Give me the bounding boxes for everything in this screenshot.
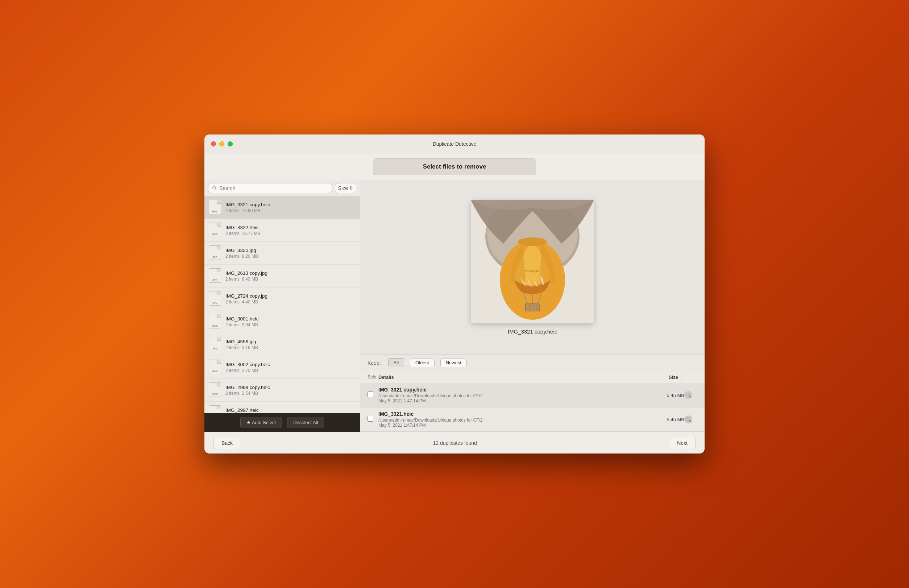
file-list-item[interactable]: HEIC IMG_3001.heic 2 items, 3.64 MB <box>204 310 360 333</box>
svg-rect-11 <box>526 304 539 311</box>
file-icon-corner <box>217 383 221 386</box>
file-icon-corner <box>217 200 221 204</box>
file-name: IMG_3001.heic <box>226 316 355 321</box>
file-meta: 2 items, 2.70 MB <box>226 368 355 373</box>
keep-label: Keep: <box>368 360 381 366</box>
file-name: IMG_2613 copy.jpg <box>226 270 355 276</box>
file-meta: 2 items, 2.54 MB <box>226 391 355 396</box>
header-banner-text: Select files to remove <box>423 163 486 170</box>
sort-label: Size <box>338 185 348 191</box>
file-icon: JPG <box>209 337 222 352</box>
next-button[interactable]: Next <box>669 437 696 449</box>
row-size: 5.45 MB <box>648 417 684 422</box>
row-date: May 5, 2021 1:47:14 PM <box>378 398 648 404</box>
file-icon-corner <box>217 269 221 272</box>
deselect-all-label: Deselect All <box>293 420 318 425</box>
file-icon: HEIC <box>209 360 222 375</box>
file-list-item[interactable]: JPG IMG_4556.jpg 2 items, 3.16 MB <box>204 333 360 356</box>
file-icon-corner <box>217 291 221 295</box>
search-icon <box>212 186 217 191</box>
file-icon: HEIC <box>209 200 222 215</box>
file-info: IMG_3322.heic 2 items, 10.77 MB <box>226 225 355 236</box>
keep-option-newest[interactable]: Newest <box>440 358 467 367</box>
row-date: May 5, 2021 1:47:14 PM <box>378 423 648 428</box>
keep-option-all[interactable]: All <box>388 358 404 367</box>
file-list-item[interactable]: HEIC IMG_3002 copy.heic 2 items, 2.70 MB <box>204 356 360 379</box>
file-icon: JPG <box>209 246 222 261</box>
file-icon: HEIC <box>209 383 222 398</box>
close-button[interactable] <box>211 141 216 147</box>
file-info: IMG_3321 copy.heic 2 items, 10.90 MB <box>226 202 355 213</box>
file-list-item[interactable]: HEIC IMG_3321 copy.heic 2 items, 10.90 M… <box>204 196 360 219</box>
file-meta: 2 items, 8.20 MB <box>226 254 355 259</box>
file-name: IMG_2998 copy.heic <box>226 384 355 390</box>
file-icon-corner <box>217 246 221 249</box>
file-list-item[interactable]: JPG IMG_3320.jpg 2 items, 8.20 MB <box>204 242 360 265</box>
table-header: Sele... Details Size <box>360 371 705 383</box>
file-icon-body: JPG <box>209 268 221 283</box>
row-checkbox-input[interactable] <box>368 416 373 422</box>
keep-bar: Keep: AllOldestNewest <box>360 354 705 371</box>
file-icon-label: HEIC <box>212 233 218 236</box>
file-name: IMG_3320.jpg <box>226 247 355 253</box>
file-name: IMG_2997.heic <box>226 407 355 413</box>
sidebar-bottom-bar: ★ Auto Select Deselect All <box>204 413 360 432</box>
file-info: IMG_3320.jpg 2 items, 8.20 MB <box>226 247 355 259</box>
file-name: IMG_4556.jpg <box>226 339 355 344</box>
file-icon-body: HEIC <box>209 405 221 413</box>
search-input[interactable] <box>219 185 328 191</box>
file-info: IMG_2613 copy.jpg 2 items, 6.49 MB <box>226 270 355 282</box>
file-icon-label: HEIC <box>212 370 218 373</box>
file-icon-label: HEIC <box>212 325 218 327</box>
preview-image: www.anato... <box>471 200 594 323</box>
magnify-icon[interactable]: 🔍 <box>684 391 692 399</box>
header-divider <box>681 374 681 380</box>
table-header-select: Sele... <box>368 375 378 380</box>
file-list-item[interactable]: JPG IMG_2724 copy.jpg 2 items, 4.40 MB <box>204 288 360 310</box>
magnify-icon[interactable]: 🔍 <box>684 415 692 423</box>
svg-point-6 <box>518 237 547 246</box>
file-meta: 2 items, 4.40 MB <box>226 299 355 305</box>
file-icon-body: JPG <box>209 337 221 351</box>
footer: Back 12 duplicates found Next <box>204 432 705 454</box>
file-list-item[interactable]: HEIC IMG_2998 copy.heic 2 items, 2.54 MB <box>204 379 360 402</box>
deselect-all-button[interactable]: Deselect All <box>287 417 324 428</box>
file-name: IMG_3002 copy.heic <box>226 362 355 367</box>
file-meta: 2 items, 10.90 MB <box>226 208 355 213</box>
file-info: IMG_4556.jpg 2 items, 3.16 MB <box>226 339 355 350</box>
file-name: IMG_3322.heic <box>226 225 355 230</box>
file-icon-corner <box>217 314 221 318</box>
auto-select-button[interactable]: ★ Auto Select <box>240 417 282 428</box>
sort-selector[interactable]: Size ⇅ <box>335 183 356 193</box>
search-input-wrapper[interactable] <box>208 183 332 193</box>
file-icon: HEIC <box>209 405 222 413</box>
file-list-item[interactable]: JPG IMG_2613 copy.jpg 2 items, 6.49 MB <box>204 265 360 288</box>
maximize-button[interactable] <box>228 141 232 147</box>
file-icon: JPG <box>209 268 222 283</box>
file-icon-label: HEIC <box>212 393 218 396</box>
header-banner: Select files to remove <box>373 158 536 175</box>
window-controls <box>211 141 232 147</box>
row-filename: IMG_3321.heic <box>378 411 648 417</box>
sidebar: Size ⇅ HEIC IMG_3321 copy.heic 2 items, … <box>204 180 360 432</box>
row-filename: IMG_3321 copy.heic <box>378 387 648 393</box>
file-icon: JPG <box>209 291 222 306</box>
app-window: Duplicate Detective Select files to remo… <box>204 134 705 454</box>
sidebar-search-bar: Size ⇅ <box>204 180 360 196</box>
minimize-button[interactable] <box>219 141 224 147</box>
file-icon-body: HEIC <box>209 360 221 374</box>
file-icon-corner <box>217 337 221 341</box>
file-name: IMG_2724 copy.jpg <box>226 293 355 299</box>
back-button[interactable]: Back <box>213 437 241 449</box>
window-title: Duplicate Detective <box>433 141 476 147</box>
row-checkbox[interactable] <box>368 416 378 423</box>
row-checkbox-input[interactable] <box>368 391 373 397</box>
file-icon-body: HEIC <box>209 383 221 397</box>
file-list-item[interactable]: HEIC IMG_2997.heic 2 items, 2.46 MB <box>204 402 360 413</box>
row-checkbox[interactable] <box>368 391 378 399</box>
table-row: IMG_3321.heic /Users/admin-mac/Downloads… <box>360 407 705 432</box>
keep-option-oldest[interactable]: Oldest <box>410 358 434 367</box>
file-icon-label: JPG <box>212 347 218 350</box>
main-content: Size ⇅ HEIC IMG_3321 copy.heic 2 items, … <box>204 180 705 432</box>
file-list-item[interactable]: HEIC IMG_3322.heic 2 items, 10.77 MB <box>204 219 360 242</box>
